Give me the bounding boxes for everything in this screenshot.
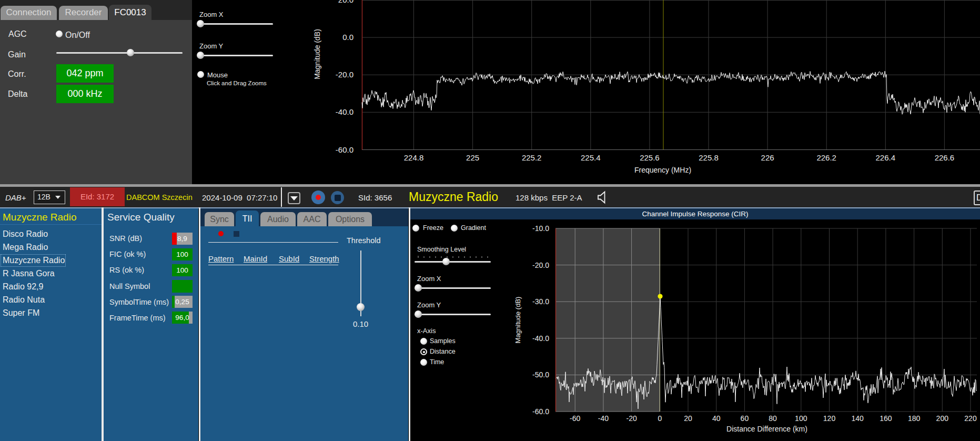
svg-text:180: 180 [908,414,921,423]
svg-text:224.8: 224.8 [404,153,424,162]
svg-text:200: 200 [936,414,949,423]
svg-text:-10.0: -10.0 [532,224,549,233]
svg-text:-40.0: -40.0 [336,107,353,116]
svg-text:80: 80 [769,414,777,423]
svg-text:-60.0: -60.0 [336,145,353,154]
svg-text:-60: -60 [570,414,580,423]
svg-text:-50.0: -50.0 [532,370,549,379]
svg-text:160: 160 [880,414,892,423]
svg-text:-40: -40 [598,414,609,423]
svg-text:-20.0: -20.0 [336,70,353,79]
svg-text:Magnitude (dB): Magnitude (dB) [514,297,522,344]
svg-text:Magnitude (dB): Magnitude (dB) [313,29,321,79]
svg-text:-20.0: -20.0 [532,261,549,269]
svg-text:225: 225 [466,153,479,162]
svg-text:Distance Difference (km): Distance Difference (km) [726,425,807,433]
svg-text:-30.0: -30.0 [532,297,549,306]
svg-text:20: 20 [684,414,692,423]
svg-text:20.0: 20.0 [338,0,353,4]
svg-text:100: 100 [795,414,807,423]
svg-text:120: 120 [823,414,836,423]
svg-text:0.0: 0.0 [342,33,353,42]
svg-text:225.4: 225.4 [581,153,601,162]
svg-text:225.2: 225.2 [522,153,542,162]
svg-text:226.6: 226.6 [935,153,955,162]
svg-text:60: 60 [741,414,749,423]
svg-text:220: 220 [964,414,977,423]
svg-text:140: 140 [852,414,864,423]
svg-text:40: 40 [712,414,721,423]
svg-text:226.4: 226.4 [876,153,896,162]
svg-text:0: 0 [658,414,662,423]
svg-text:-40.0: -40.0 [532,334,549,343]
svg-text:-20: -20 [626,414,637,423]
svg-text:226.2: 226.2 [816,153,836,162]
svg-text:226: 226 [761,153,774,162]
svg-text:225.6: 225.6 [640,153,660,162]
svg-text:-60.0: -60.0 [532,407,549,416]
svg-text:Frequency (MHz): Frequency (MHz) [634,166,691,174]
svg-text:225.8: 225.8 [699,153,719,162]
